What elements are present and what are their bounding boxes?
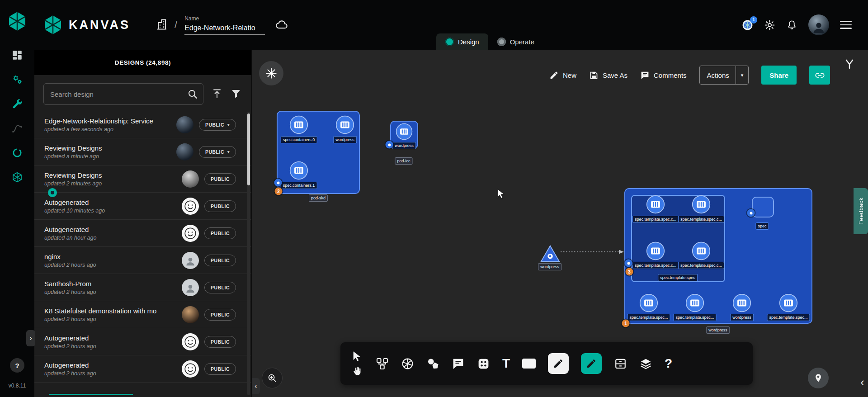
catalog-nav-button[interactable] [11,147,24,159]
design-list-item[interactable]: Autogenerated updated 2 hours ago PUBLIC [34,355,251,383]
text-tool-button[interactable]: T [502,357,510,370]
collapse-panel-button[interactable]: ‹ [252,378,260,394]
issue-count-badge[interactable]: 1 [622,320,630,327]
container-node-icon[interactable] [692,241,711,260]
provider-notifications-button[interactable]: 1 [742,19,753,31]
container-node-icon[interactable] [646,241,665,260]
visibility-badge[interactable]: PUBLIC [204,200,236,212]
rail-expand-button[interactable]: › [26,330,35,346]
share-button[interactable]: Share [761,66,797,85]
organization-button[interactable] [156,18,168,32]
container-node-icon[interactable] [779,293,798,312]
design-list-item[interactable]: Reviewing Designs updated 2 minutes ago … [34,165,251,193]
toolkit-nav-button[interactable] [11,98,24,110]
service-triangle-node[interactable] [540,244,561,263]
pan-tool-button[interactable] [351,365,363,377]
search-input[interactable] [43,83,203,105]
menu-button[interactable] [840,21,852,29]
flowchart-tool-button[interactable] [376,357,389,370]
notifications-button[interactable] [786,19,797,31]
issue-count-badge[interactable]: 2 [275,188,283,195]
media-tool-button[interactable] [477,357,490,370]
actions-dropdown-button[interactable]: Actions ▾ [699,66,749,85]
kanvas-nav-button[interactable] [11,171,24,184]
environment-badge[interactable] [747,209,755,217]
visibility-badge[interactable]: PUBLIC [204,255,236,266]
tab-operate[interactable]: Operate [488,33,543,50]
group-label: spec.template.spec [658,274,698,281]
comments-button[interactable]: Comments [640,71,687,80]
node-label: wordpress [538,263,561,270]
select-tool-button[interactable] [351,350,363,362]
design-list-item[interactable]: Autogenerated updated an hour ago PUBLIC [34,220,251,247]
design-name-input[interactable] [184,23,265,35]
design-list-item[interactable]: Edge-Network-Relationship: Service updat… [34,111,251,138]
visibility-badge[interactable]: PUBLIC [204,309,236,321]
feedback-tab[interactable]: Feedback [854,188,868,234]
container-node-icon[interactable] [335,115,354,134]
container-node-icon[interactable] [289,161,308,180]
drawer-tool-button[interactable] [614,357,627,370]
environment-badge[interactable] [386,141,393,149]
new-design-button[interactable]: New [549,71,576,80]
pen-icon [586,358,597,369]
container-node-icon[interactable] [732,293,751,312]
kanvas-logo-icon[interactable] [7,11,28,32]
tab-design[interactable]: Design [436,33,488,50]
help-tool-button[interactable]: ? [665,357,672,370]
help-button[interactable]: ? [10,358,24,373]
visibility-badge[interactable]: PUBLIC [204,336,236,348]
comment-tool-button[interactable] [452,357,465,370]
visibility-badge[interactable]: PUBLIC [204,173,236,185]
connections-nav-button[interactable] [11,122,24,135]
design-list-item[interactable]: Autogenerated updated 10 minutes ago PUB… [34,193,251,220]
dashboard-nav-button[interactable] [11,49,24,61]
environment-badge[interactable] [625,260,632,267]
zoom-button[interactable] [262,368,283,388]
sync-status-button[interactable] [275,18,288,33]
user-avatar[interactable] [808,14,829,35]
container-node-icon[interactable] [289,115,308,134]
shapes-tool-button[interactable] [426,357,439,370]
container-node-icon[interactable] [639,293,658,312]
panel-scrollbar[interactable] [247,112,250,395]
pod-template-group-node[interactable] [631,195,725,282]
visibility-badge[interactable]: PUBLIC [204,282,236,293]
comment-icon [452,357,465,370]
visibility-badge[interactable]: PUBLIC [204,363,236,375]
filter-designs-button[interactable] [231,88,241,100]
copy-link-button[interactable] [809,66,830,85]
collapse-right-button[interactable]: ‹ [860,375,864,389]
design-list-item[interactable]: Reviewing Designs updated a minute ago P… [34,138,251,165]
locate-design-button[interactable] [808,368,829,388]
kubernetes-components-button[interactable] [401,357,414,370]
spec-node[interactable] [752,197,774,217]
visibility-badge[interactable]: PUBLIC▾ [199,119,236,131]
visibility-badge[interactable]: PUBLIC [204,227,236,239]
pen-tool-button-active[interactable] [581,353,602,374]
design-name: K8 Statefulset demonstration with mo [44,307,176,315]
container-node-icon[interactable] [692,195,711,214]
design-list-item[interactable]: nginx updated 2 hours ago PUBLIC [34,247,251,274]
design-list-item[interactable]: K8 Statefulset demonstration with mo upd… [34,301,251,328]
issue-count-badge[interactable]: 3 [626,268,633,276]
design-canvas[interactable]: New Save As Comments Actions ▾ Share spe… [252,50,868,397]
visibility-badge[interactable]: PUBLIC▾ [199,146,236,158]
extensions-nav-button[interactable] [11,73,24,86]
panel-scrollbar-thumb[interactable] [247,113,250,185]
location-pin-icon [813,373,823,383]
design-list-item[interactable]: Santhosh-Prom updated 2 hours ago PUBLIC [34,274,251,301]
settings-button[interactable] [764,19,775,31]
environment-badge[interactable] [274,179,282,187]
container-node-icon[interactable] [646,195,665,214]
save-as-button[interactable]: Save As [589,71,627,80]
design-list-item[interactable]: Autogenerated updated 2 hours ago PUBLIC [34,328,251,355]
meshery-canvas-button[interactable] [259,61,283,85]
container-node-icon[interactable] [396,123,413,140]
versions-button[interactable] [844,58,855,71]
freehand-draw-tool-button[interactable] [548,353,569,374]
container-node-icon[interactable] [685,293,704,312]
rectangle-tool-button[interactable] [522,359,536,369]
import-design-button[interactable] [212,88,222,100]
layers-tool-button[interactable] [639,357,652,370]
